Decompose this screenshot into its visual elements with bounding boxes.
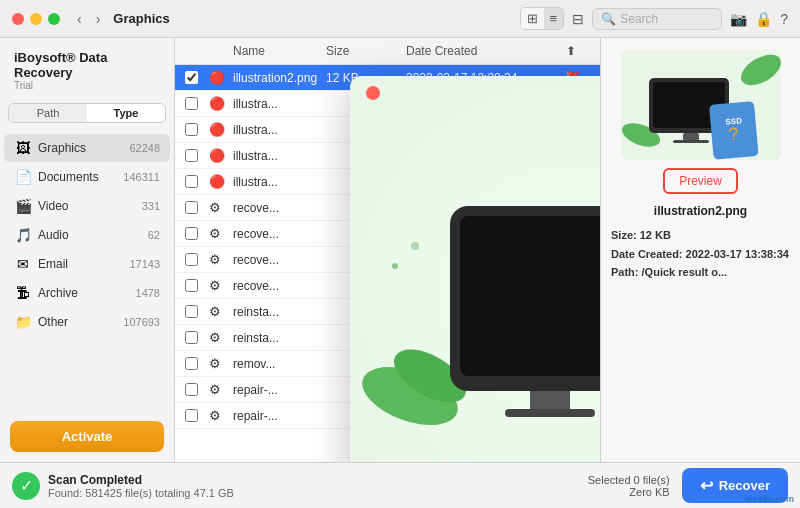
title-bar: ‹ › Graphics ⊞ ≡ ⊟ 🔍 Search 📷 🔒 ? [0, 0, 800, 38]
app-trial: Trial [14, 80, 160, 91]
video-label: Video [38, 199, 142, 213]
documents-count: 146311 [123, 171, 160, 183]
file-checkbox[interactable] [185, 227, 209, 240]
file-name: recove... [233, 201, 326, 215]
sidebar-header: iBoysoft® Data Recovery Trial [0, 38, 174, 97]
status-bar: ✓ Scan Completed Found: 581425 file(s) t… [0, 462, 800, 508]
overlay-close-button[interactable] [366, 86, 380, 100]
row-checkbox[interactable] [185, 357, 198, 370]
row-checkbox[interactable] [185, 383, 198, 396]
sidebar-item-archive[interactable]: 🗜 Archive 1478 [4, 279, 170, 307]
date-row: Date Created: 2022-03-17 13:38:34 [611, 245, 790, 264]
sidebar-item-graphics[interactable]: 🖼 Graphics 62248 [4, 134, 170, 162]
nav-buttons: ‹ › [72, 9, 105, 29]
row-checkbox[interactable] [185, 97, 198, 110]
file-checkbox[interactable] [185, 357, 209, 370]
close-button[interactable] [12, 13, 24, 25]
thumbnail-svg: ? SSD [621, 50, 781, 160]
sidebar-item-other[interactable]: 📁 Other 107693 [4, 308, 170, 336]
camera-button[interactable]: 📷 [730, 11, 747, 27]
sidebar-item-video[interactable]: 🎬 Video 331 [4, 192, 170, 220]
documents-label: Documents [38, 170, 123, 184]
activate-button[interactable]: Activate [10, 421, 164, 452]
help-button[interactable]: ? [780, 11, 788, 27]
breadcrumb-title: Graphics [113, 11, 519, 26]
row-checkbox[interactable] [185, 409, 198, 422]
svg-rect-6 [505, 409, 595, 417]
back-button[interactable]: ‹ [72, 9, 87, 29]
archive-icon: 🗜 [14, 284, 32, 302]
date-value: 2022-03-17 13:38:34 [686, 248, 789, 260]
video-icon: 🎬 [14, 197, 32, 215]
grid-view-button[interactable]: ⊞ [521, 8, 544, 29]
sidebar: iBoysoft® Data Recovery Trial Path Type … [0, 38, 175, 462]
tab-path[interactable]: Path [9, 104, 87, 122]
file-table-header: Name Size Date Created ⬆ [175, 38, 600, 65]
svg-rect-23 [683, 133, 699, 141]
row-checkbox[interactable] [185, 149, 198, 162]
maximize-button[interactable] [48, 13, 60, 25]
file-checkbox[interactable] [185, 201, 209, 214]
row-checkbox[interactable] [185, 279, 198, 292]
filter-button[interactable]: ⊟ [572, 11, 584, 27]
file-name: illustra... [233, 175, 326, 189]
file-checkbox[interactable] [185, 383, 209, 396]
file-checkbox[interactable] [185, 149, 209, 162]
row-checkbox[interactable] [185, 253, 198, 266]
file-name: repair-... [233, 383, 326, 397]
row-checkbox[interactable] [185, 123, 198, 136]
sort-icon: ⬆ [566, 44, 576, 58]
sidebar-item-email[interactable]: ✉ Email 17143 [4, 250, 170, 278]
app-name: iBoysoft® Data Recovery [14, 50, 160, 80]
preview-overlay: ? SSD [350, 76, 600, 462]
file-checkbox[interactable] [185, 123, 209, 136]
file-name: repair-... [233, 409, 326, 423]
tab-type[interactable]: Type [87, 104, 165, 122]
file-checkbox[interactable] [185, 253, 209, 266]
file-checkbox[interactable] [185, 279, 209, 292]
row-checkbox[interactable] [185, 71, 198, 84]
sidebar-items: 🖼 Graphics 62248 📄 Documents 146311 🎬 Vi… [0, 129, 174, 413]
file-checkbox[interactable] [185, 71, 209, 84]
file-type-icon: ⚙ [209, 200, 233, 215]
row-checkbox[interactable] [185, 331, 198, 344]
email-label: Email [38, 257, 129, 271]
row-checkbox[interactable] [185, 227, 198, 240]
file-name: illustra... [233, 97, 326, 111]
scan-text: Scan Completed Found: 581425 file(s) tot… [48, 473, 234, 499]
file-checkbox[interactable] [185, 305, 209, 318]
sidebar-item-documents[interactable]: 📄 Documents 146311 [4, 163, 170, 191]
forward-button[interactable]: › [91, 9, 106, 29]
header-name: Name [233, 44, 326, 58]
file-name: illustra... [233, 149, 326, 163]
list-view-button[interactable]: ≡ [544, 8, 564, 29]
preview-button[interactable]: Preview [663, 168, 738, 194]
scan-title: Scan Completed [48, 473, 234, 487]
file-name: illustration2.png [233, 71, 326, 85]
file-type-icon: 🔴 [209, 96, 233, 111]
preview-panel: ? SSD Preview illustration2.png Size: 12… [600, 38, 800, 462]
sidebar-item-audio[interactable]: 🎵 Audio 62 [4, 221, 170, 249]
path-row: Path: /Quick result o... [611, 263, 790, 282]
file-type-icon: 🔴 [209, 174, 233, 189]
minimize-button[interactable] [30, 13, 42, 25]
other-label: Other [38, 315, 123, 329]
file-type-icon: ⚙ [209, 226, 233, 241]
row-checkbox[interactable] [185, 305, 198, 318]
scan-complete-icon: ✓ [12, 472, 40, 500]
search-placeholder: Search [620, 12, 658, 26]
file-type-icon: 🔴 [209, 148, 233, 163]
file-checkbox[interactable] [185, 175, 209, 188]
graphics-label: Graphics [38, 141, 129, 155]
file-name: reinsta... [233, 331, 326, 345]
lock-button[interactable]: 🔒 [755, 11, 772, 27]
file-checkbox[interactable] [185, 409, 209, 422]
file-type-icon: 🔴 [209, 122, 233, 137]
row-checkbox[interactable] [185, 175, 198, 188]
svg-point-17 [392, 263, 398, 269]
documents-icon: 📄 [14, 168, 32, 186]
search-box: 🔍 Search [592, 8, 722, 30]
row-checkbox[interactable] [185, 201, 198, 214]
file-checkbox[interactable] [185, 97, 209, 110]
file-checkbox[interactable] [185, 331, 209, 344]
